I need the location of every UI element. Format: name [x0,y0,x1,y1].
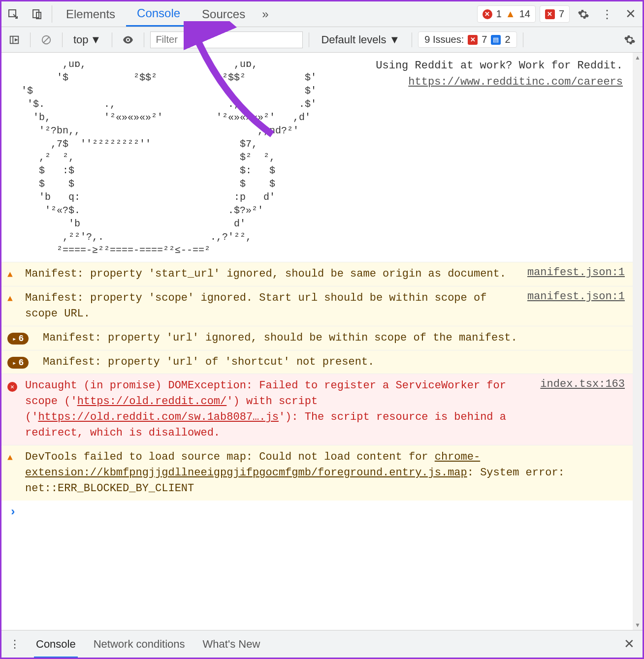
console-warning: Manifest: property 'scope' ignored. Star… [1,286,633,326]
message-text: DevTools failed to load source map: Coul… [25,449,625,497]
tab-elements[interactable]: Elements [55,1,126,27]
devtools-tabbar: Elements Console Sources » ✕ 1 ▲ 14 ✕ 7 … [1,1,643,27]
sidebar-toggle-icon[interactable] [4,30,24,50]
settings-icon[interactable] [572,1,595,27]
warning-icon [7,292,13,305]
error-warning-summary[interactable]: ✕ 1 ▲ 14 [477,5,536,23]
chevron-down-icon: ▼ [91,33,101,46]
repeat-count-badge[interactable]: 6 [7,357,29,369]
console-log-ascii: ,uɒ, ,uɒ, '$ ²$$² ²$$² $' '$ $' '$. ., .… [1,53,633,262]
inline-link[interactable]: https://old.reddit.com/ [77,395,227,408]
inline-link[interactable]: https://old.reddit.com/sw.1ab8087….js [38,411,278,423]
error-badge-icon: ✕ [483,9,492,19]
filter-input[interactable] [150,31,303,48]
source-link[interactable]: manifest.json:1 [517,266,625,282]
clear-console-icon[interactable] [36,30,56,50]
message-count: 7 [559,8,564,20]
live-expression-icon[interactable] [118,30,138,50]
repeat-count-badge[interactable]: 6 [7,333,29,345]
context-selector[interactable]: top ▼ [68,33,106,46]
context-label: top [73,33,89,46]
svg-line-6 [44,37,49,42]
issues-button[interactable]: 9 Issues: ✕ 7 ▤ 2 [418,31,516,48]
close-devtools-icon[interactable]: ✕ [619,1,643,27]
console-warning: 6Manifest: property 'url' of 'shortcut' … [1,350,633,374]
warning-icon [7,268,13,281]
source-link[interactable]: index.tsx:163 [530,378,625,441]
tab-sources[interactable]: Sources [191,1,256,27]
console-warning: Manifest: property 'start_url' ignored, … [1,262,633,286]
issues-info-count: 2 [505,34,510,45]
chevron-down-icon: ▼ [389,33,400,46]
log-levels-selector[interactable]: Default levels ▼ [315,33,406,46]
console-toolbar: top ▼ Default levels ▼ 9 Issues: ✕ 7 ▤ 2 [1,27,643,53]
message-text: Manifest: property 'scope' ignored. Star… [25,290,512,322]
drawer-tab-whatsnew[interactable]: What's New [201,638,262,651]
drawer-tab-network[interactable]: Network conditions [92,638,187,651]
message-text: Manifest: property 'url' ignored, should… [43,330,625,346]
message-text: Uncaught (in promise) DOMException: Fail… [25,378,524,441]
scroll-down-icon[interactable]: ▼ [633,620,643,630]
drawer-tab-console[interactable]: Console [34,638,78,658]
console-settings-icon[interactable] [620,30,640,50]
inline-link[interactable]: chrome-extension://kbmfpngjjgdllneeigpgj… [25,451,480,479]
careers-link[interactable]: https://www.redditinc.com/careers [408,76,623,88]
drawer: ⋮ Console Network conditions What's New … [1,630,643,658]
issues-label: 9 Issues: [424,34,464,45]
console-warning: 6Manifest: property 'url' ignored, shoul… [1,326,633,350]
error-count: 1 [496,8,502,20]
ascii-message: Using Reddit at work? Work for Reddit. h… [317,58,623,257]
scrollbar[interactable]: ▲ ▼ [633,53,643,630]
tab-console[interactable]: Console [126,1,191,27]
device-toggle-icon[interactable] [25,1,49,27]
warning-badge-icon: ▲ [506,8,515,20]
error-icon: ✕ [7,382,17,392]
scroll-up-icon[interactable]: ▲ [633,53,643,63]
message-badge-icon: ✕ [545,9,555,19]
drawer-close-icon[interactable]: ✕ [624,636,635,652]
source-link[interactable]: manifest.json:1 [517,290,625,322]
svg-point-7 [127,38,129,40]
message-text: Manifest: property 'start_url' ignored, … [25,266,512,282]
console-error: ✕Uncaught (in promise) DOMException: Fai… [1,374,633,445]
warning-count: 14 [519,8,530,20]
issues-info-icon: ▤ [491,35,501,45]
issues-error-count: 7 [482,34,487,45]
messages-summary[interactable]: ✕ 7 [540,5,570,23]
message-text: Manifest: property 'url' of 'shortcut' n… [43,354,625,370]
console-warning: DevTools failed to load source map: Coul… [1,445,633,501]
drawer-menu-icon[interactable]: ⋮ [9,638,20,651]
console-body: ,uɒ, ,uɒ, '$ ²$$² ²$$² $' '$ $' '$. ., .… [1,53,643,630]
levels-label: Default levels [321,33,386,46]
console-prompt[interactable]: › [1,501,633,524]
inspect-icon[interactable] [1,1,25,27]
more-tabs-icon[interactable]: » [256,1,274,27]
warning-icon [7,451,13,464]
issues-error-icon: ✕ [468,35,478,45]
kebab-menu-icon[interactable]: ⋮ [595,1,619,27]
ascii-msg-text: Using Reddit at work? Work for Reddit. [376,60,623,72]
ascii-art: ,uɒ, ,uɒ, '$ ²$$² ²$$² $' '$ $' '$. ., .… [21,58,317,257]
